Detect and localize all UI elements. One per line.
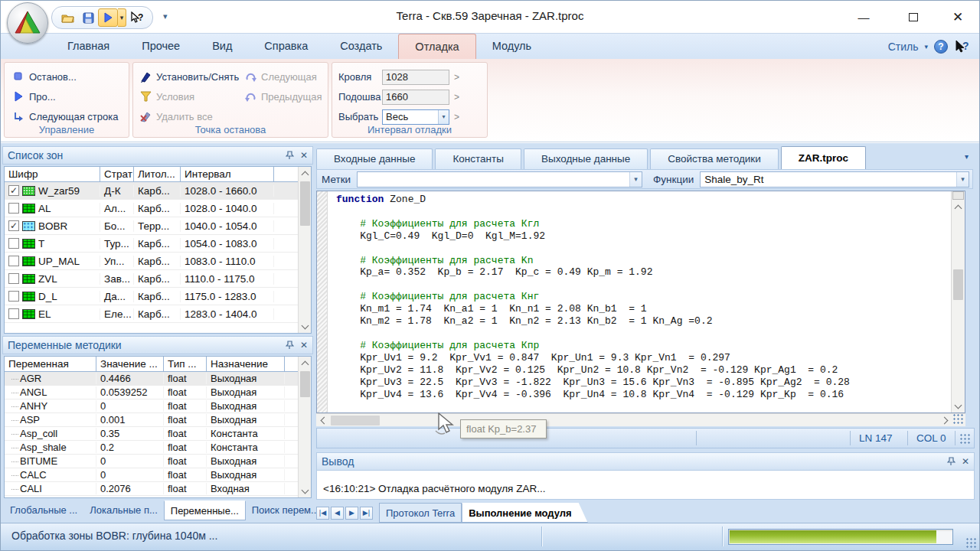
close-panel-icon[interactable]: ✕ xyxy=(300,341,308,350)
labels-combo[interactable]: ▾ xyxy=(357,171,642,187)
run-module-button[interactable] xyxy=(98,8,118,27)
vars-col-value[interactable]: Значение ... xyxy=(96,357,164,371)
zone-checkbox[interactable]: ✓ xyxy=(8,185,19,196)
variable-row[interactable]: Asp_shale0.2floatКонстанта xyxy=(5,441,311,455)
editor-hscroll-thumb[interactable] xyxy=(331,416,380,425)
ribbon-button-next-breakpoint[interactable]: Следующая xyxy=(244,69,317,84)
app-menu-button[interactable] xyxy=(7,2,48,44)
resize-grip-icon[interactable] xyxy=(960,434,971,445)
ribbon-tab-5[interactable]: Отладка xyxy=(398,34,475,60)
ribbon-button-step-next-line[interactable]: Следующая строка xyxy=(12,109,118,124)
output-tab-0[interactable]: Протокол Terra xyxy=(379,503,462,523)
zone-checkbox[interactable] xyxy=(8,273,19,284)
ribbon-tab-2[interactable]: Вид xyxy=(196,34,248,60)
interval-input[interactable]: 1660 xyxy=(382,90,449,105)
pin-icon[interactable] xyxy=(286,151,294,160)
splitter-box[interactable] xyxy=(952,191,964,200)
zone-row[interactable]: TТур...Карб...1054.0 - 1083.0 xyxy=(5,235,311,253)
zone-row[interactable]: D_LДа...Карб...1175.0 - 1283.0 xyxy=(5,288,311,305)
style-menu[interactable]: Стиль xyxy=(888,41,919,53)
ribbon-tab-1[interactable]: Прочее xyxy=(126,34,196,60)
style-dropdown-icon[interactable]: ▾ xyxy=(924,43,928,51)
variable-row[interactable]: AGR0.4466floatВыходная xyxy=(5,372,311,386)
interval-input[interactable]: 1028 xyxy=(382,70,449,85)
zone-checkbox[interactable] xyxy=(8,308,19,319)
ribbon-button-filter[interactable]: Условия xyxy=(139,89,194,104)
zone-row[interactable]: ✓W_zar59Д-ККарб...1028.0 - 1660.0 xyxy=(5,182,311,200)
zone-row[interactable]: ELЕле...Карб...1283.0 - 1404.0 xyxy=(5,305,311,323)
tab-nav-first-icon[interactable]: |◀ xyxy=(316,507,329,520)
pin-icon[interactable] xyxy=(286,341,294,350)
zones-col-lith[interactable]: Литол... xyxy=(134,167,181,181)
minimize-button[interactable]: — xyxy=(847,7,880,27)
ribbon-tab-0[interactable]: Главная xyxy=(51,34,126,60)
code-text[interactable]: function Zone_D # Коэффициенты для расче… xyxy=(328,191,951,412)
open-file-button[interactable] xyxy=(58,8,78,27)
help-icon[interactable]: ? xyxy=(934,40,948,54)
tab-nav-prev-icon[interactable]: ◀ xyxy=(331,507,344,520)
resize-grip-icon[interactable] xyxy=(966,538,977,549)
zone-row[interactable]: UP_MALУп...Карб...1083.0 - 1110.0 xyxy=(5,253,311,270)
save-button[interactable] xyxy=(78,8,98,27)
functions-combo[interactable]: Shale_by_Rt ▾ xyxy=(700,171,969,187)
chevron-down-icon[interactable]: ▾ xyxy=(629,172,642,187)
variable-row[interactable]: CALI0.2076floatВходная xyxy=(5,482,311,496)
scroll-up-icon[interactable] xyxy=(299,167,312,180)
ribbon-tab-3[interactable]: Справка xyxy=(248,34,324,60)
left-tab-3[interactable]: Поиск перем... xyxy=(246,500,325,520)
zones-scroll-thumb[interactable] xyxy=(300,181,310,226)
resize-grip-icon[interactable] xyxy=(953,414,964,425)
doc-tab-2[interactable]: Выходные данные xyxy=(524,148,648,169)
zone-row[interactable]: ZVLЗав...Карб...1110.0 - 1175.0 xyxy=(5,270,311,288)
close-panel-icon[interactable]: ✕ xyxy=(962,457,969,466)
go-arrow-icon[interactable]: > xyxy=(454,92,459,103)
scroll-down-icon[interactable] xyxy=(952,399,965,412)
scroll-up-icon[interactable] xyxy=(952,201,965,214)
scroll-down-icon[interactable] xyxy=(299,484,312,497)
pin-icon[interactable] xyxy=(947,457,956,466)
zone-checkbox[interactable] xyxy=(8,203,19,214)
run-dropdown-button[interactable]: ▾ xyxy=(118,8,126,27)
whats-this-icon[interactable]: ? xyxy=(954,40,969,54)
scroll-down-icon[interactable] xyxy=(299,320,312,333)
editor-vscrollbar[interactable] xyxy=(951,191,965,412)
close-panel-icon[interactable]: ✕ xyxy=(300,151,308,160)
variable-row[interactable]: BITUME0floatВыходная xyxy=(5,455,311,468)
doc-tab-4[interactable]: ZAR.tproc xyxy=(781,146,866,169)
scroll-left-icon[interactable] xyxy=(316,414,329,427)
zones-col-interval[interactable]: Интервал xyxy=(181,167,274,181)
tab-nav-last-icon[interactable]: ▶| xyxy=(360,507,373,520)
editor-scroll-thumb[interactable] xyxy=(953,269,963,300)
variable-row[interactable]: Asp_coll0.35floatКонстанта xyxy=(5,427,311,441)
ribbon-button-delete-all-breakpoints[interactable]: Удалить все xyxy=(139,109,213,124)
qat-customize-button[interactable]: ▾ xyxy=(163,11,168,21)
chevron-down-icon[interactable]: ▾ xyxy=(438,110,449,124)
variables-scroll-thumb[interactable] xyxy=(300,371,310,397)
zone-checkbox[interactable]: ✓ xyxy=(8,220,19,231)
doc-tab-0[interactable]: Входные данные xyxy=(316,148,433,169)
scroll-right-icon[interactable] xyxy=(939,414,952,427)
left-tab-0[interactable]: Глобальные ... xyxy=(4,500,83,520)
variables-scrollbar[interactable] xyxy=(298,357,311,497)
ribbon-button-breakpoint-toggle[interactable]: Установить/Снять xyxy=(139,69,239,84)
zones-col-strat[interactable]: Страт xyxy=(100,167,134,181)
output-tab-1[interactable]: Выполнение модуля xyxy=(462,503,588,523)
zone-row[interactable]: ✓BOBRБо...Терр...1040.0 - 1054.0 xyxy=(5,217,311,235)
variable-row[interactable]: ASP0.001floatВыходная xyxy=(5,413,311,427)
left-tab-1[interactable]: Локальные п... xyxy=(83,500,164,520)
vars-col-type[interactable]: Тип ... xyxy=(164,357,207,371)
chevron-down-icon[interactable]: ▾ xyxy=(956,172,969,187)
variable-row[interactable]: ANHY0floatВыходная xyxy=(5,399,311,413)
tab-nav-next-icon[interactable]: ▶ xyxy=(345,507,358,520)
ribbon-button-run[interactable]: Про... xyxy=(12,89,56,104)
editor-hscrollbar[interactable] xyxy=(316,413,965,426)
ribbon-button-stop[interactable]: Останов... xyxy=(12,69,77,84)
doc-tab-1[interactable]: Константы xyxy=(435,148,521,169)
zone-checkbox[interactable] xyxy=(8,238,19,249)
maximize-button[interactable] xyxy=(897,7,930,27)
scroll-up-icon[interactable] xyxy=(299,357,312,370)
doc-tab-3[interactable]: Свойства методики xyxy=(650,148,778,169)
zone-checkbox[interactable] xyxy=(8,256,19,266)
code-editor[interactable]: function Zone_D # Коэффициенты для расче… xyxy=(316,191,965,413)
close-button[interactable]: ✕ xyxy=(941,7,975,27)
